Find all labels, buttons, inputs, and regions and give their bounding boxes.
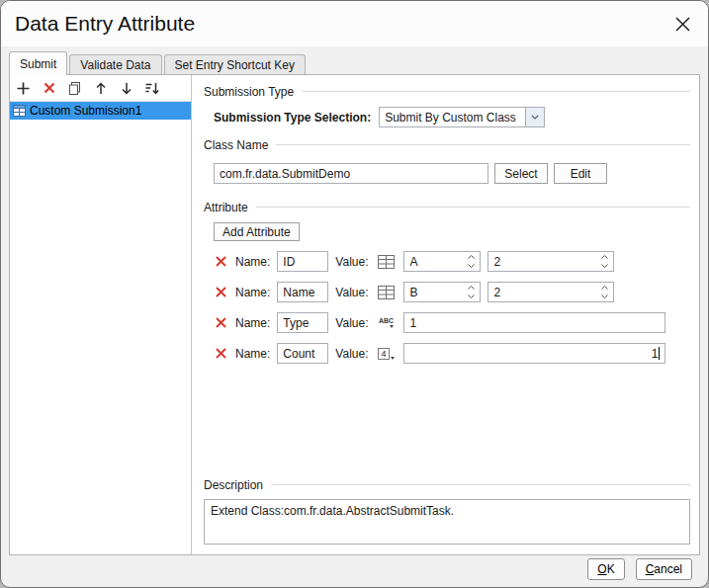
attr-name-label: Name: bbox=[235, 316, 270, 330]
attribute-row: Name: ID Value: A bbox=[214, 251, 690, 272]
class-name-group-header: Class Name bbox=[204, 137, 690, 152]
submission-type-select[interactable]: Submit By Custom Class bbox=[379, 107, 545, 127]
ok-button[interactable]: OK bbox=[587, 558, 624, 580]
dialog-footer: OK Cancel bbox=[587, 558, 692, 580]
attr-count-spinner[interactable]: 2 bbox=[487, 251, 614, 272]
spinner-down-icon[interactable] bbox=[598, 262, 611, 271]
attribute-row: Name: Name Value: B bbox=[214, 282, 690, 302]
delete-attribute-icon[interactable] bbox=[214, 346, 228, 361]
attr-name-input[interactable]: Type bbox=[277, 312, 328, 333]
submission-type-group-label: Submission Type bbox=[204, 85, 294, 99]
cancel-button[interactable]: Cancel bbox=[636, 558, 692, 580]
spinner-up-icon[interactable] bbox=[598, 284, 611, 293]
group-divider bbox=[256, 207, 690, 208]
list-item-custom-submission[interactable]: Custom Submission1 bbox=[10, 102, 191, 120]
delete-attribute-icon[interactable] bbox=[214, 315, 228, 330]
attr-name-value: Name bbox=[283, 286, 314, 299]
attribute-group-header: Attribute bbox=[204, 200, 690, 214]
move-up-icon[interactable] bbox=[92, 80, 109, 97]
submission-list: Custom Submission1 bbox=[10, 102, 191, 554]
attr-value-spinner[interactable]: B bbox=[403, 282, 481, 302]
abc-glyph: ABC bbox=[379, 317, 394, 324]
column-type-icon[interactable] bbox=[375, 284, 397, 301]
attr-name-label: Name: bbox=[235, 286, 270, 299]
tab-validate-data[interactable]: Validate Data bbox=[69, 54, 161, 74]
class-name-group-label: Class Name bbox=[204, 138, 268, 152]
string-type-icon[interactable]: ABC bbox=[375, 314, 397, 332]
move-down-icon[interactable] bbox=[118, 80, 134, 97]
attr-value-label: Value: bbox=[335, 255, 368, 269]
tiny-chevron-down-icon bbox=[391, 357, 395, 360]
submission-type-selection-label: Submission Type Selection: bbox=[214, 111, 371, 125]
attr-value-input[interactable]: 1 bbox=[403, 312, 665, 333]
attr-value-text: 1 bbox=[652, 347, 659, 361]
class-name-value: com.fr.data.SubmitDemo bbox=[220, 167, 350, 181]
spinner-down-icon[interactable] bbox=[465, 293, 478, 301]
text-caret bbox=[659, 347, 660, 360]
spinner-arrows bbox=[598, 253, 611, 270]
dialog-title: Data Entry Attribute bbox=[15, 12, 195, 36]
spinner-up-icon[interactable] bbox=[598, 253, 611, 262]
list-item-label: Custom Submission1 bbox=[30, 104, 141, 118]
spinner-up-icon[interactable] bbox=[465, 284, 478, 293]
spinner-up-icon[interactable] bbox=[465, 253, 478, 262]
select-button[interactable]: Select bbox=[494, 163, 548, 184]
attr-name-input[interactable]: Count bbox=[277, 343, 328, 364]
submission-type-group-header: Submission Type bbox=[204, 84, 690, 99]
attr-value-input[interactable]: 1 bbox=[403, 343, 665, 364]
column-type-icon[interactable] bbox=[375, 253, 397, 271]
attr-value-label: Value: bbox=[335, 286, 368, 299]
tab-submit[interactable]: Submit bbox=[9, 51, 67, 75]
attr-value-text: 1 bbox=[409, 316, 416, 330]
add-attribute-button[interactable]: Add Attribute bbox=[214, 222, 300, 241]
attr-name-label: Name: bbox=[235, 255, 270, 269]
title-bar: Data Entry Attribute bbox=[1, 1, 708, 46]
ok-button-label: OK bbox=[597, 562, 614, 576]
description-group-header: Description bbox=[204, 477, 690, 492]
description-textarea[interactable]: Extend Class:com.fr.data.AbstractSubmitT… bbox=[204, 499, 690, 545]
edit-button[interactable]: Edit bbox=[554, 163, 607, 184]
attr-name-value: Count bbox=[283, 347, 314, 361]
number-type-icon[interactable]: 4 bbox=[375, 345, 397, 363]
attribute-row: Name: Type Value: ABC 1 bbox=[214, 312, 690, 333]
attr-name-value: Type bbox=[283, 316, 309, 330]
tab-set-entry-shortcut-key[interactable]: Set Entry Shortcut Key bbox=[164, 54, 306, 74]
submission-detail-panel: Submission Type Submission Type Selectio… bbox=[192, 75, 699, 554]
sort-icon[interactable] bbox=[143, 80, 160, 97]
attr-count-text: 2 bbox=[493, 255, 500, 269]
add-icon[interactable] bbox=[15, 80, 32, 97]
attr-value-spinner[interactable]: A bbox=[403, 251, 481, 272]
group-divider bbox=[302, 91, 690, 92]
group-divider bbox=[276, 144, 690, 145]
submission-type-selected-value: Submit By Custom Class bbox=[380, 108, 525, 126]
attribute-row: Name: Count Value: 4 1 bbox=[214, 343, 690, 364]
attr-value-text: B bbox=[409, 286, 417, 299]
group-divider bbox=[271, 484, 690, 485]
class-name-row: com.fr.data.SubmitDemo Select Edit bbox=[214, 163, 690, 184]
spinner-arrows bbox=[465, 284, 478, 300]
submission-item-icon bbox=[13, 105, 26, 117]
delete-attribute-icon[interactable] bbox=[214, 254, 228, 269]
spinner-down-icon[interactable] bbox=[465, 262, 478, 271]
attribute-group-label: Attribute bbox=[204, 201, 248, 214]
attr-count-text: 2 bbox=[493, 286, 500, 299]
description-text: Extend Class:com.fr.data.AbstractSubmitT… bbox=[211, 504, 454, 518]
delete-attribute-icon[interactable] bbox=[214, 285, 228, 299]
attr-name-input[interactable]: ID bbox=[277, 251, 328, 272]
chevron-down-icon[interactable] bbox=[525, 108, 544, 126]
close-icon[interactable] bbox=[670, 12, 694, 36]
spinner-down-icon[interactable] bbox=[598, 293, 611, 301]
attribute-rows: Name: ID Value: A bbox=[214, 241, 690, 374]
delete-icon[interactable] bbox=[41, 80, 57, 97]
description-group-label: Description bbox=[204, 478, 263, 492]
submission-type-row: Submission Type Selection: Submit By Cus… bbox=[214, 107, 690, 127]
number-glyph: 4 bbox=[378, 348, 390, 360]
attr-value-text: A bbox=[409, 255, 417, 269]
attr-name-input[interactable]: Name bbox=[277, 282, 328, 302]
attr-count-spinner[interactable]: 2 bbox=[487, 282, 614, 302]
class-name-input[interactable]: com.fr.data.SubmitDemo bbox=[214, 163, 488, 184]
tiny-chevron-down-icon bbox=[390, 325, 394, 328]
copy-icon[interactable] bbox=[66, 80, 83, 97]
spinner-arrows bbox=[465, 253, 478, 270]
attr-value-label: Value: bbox=[335, 347, 368, 361]
